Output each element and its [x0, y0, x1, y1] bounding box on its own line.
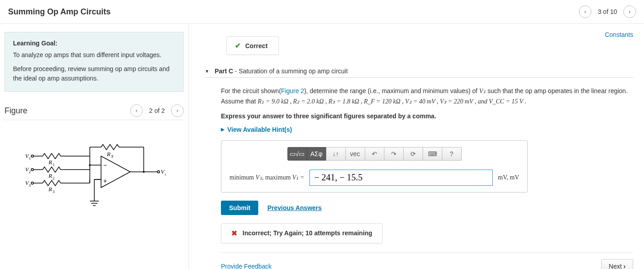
caret-down-icon: ▼: [205, 69, 209, 74]
undo-button[interactable]: ↶: [365, 147, 384, 161]
question-text: For the circuit shown(Figure 2), determi…: [221, 86, 633, 107]
learning-goal-p2: Before proceeding, review summing op amp…: [13, 64, 175, 83]
answer-box: ▭√▭ ΑΣφ ↓↑ vec ↶ ↷ ⟳ ⌨ ? minimum V₁, max…: [221, 140, 528, 193]
reset-button[interactable]: ⟳: [403, 147, 423, 161]
hints-toggle[interactable]: ▶ View Available Hint(s): [221, 126, 633, 133]
figure-title: Figure: [4, 106, 27, 116]
figure-next-button[interactable]: ›: [171, 104, 184, 117]
svg-point-0: [31, 155, 33, 157]
constants-link[interactable]: Constants: [605, 31, 633, 38]
provide-feedback-link[interactable]: Provide Feedback: [221, 263, 272, 269]
figure-header: Figure ‹ 2 of 2 ›: [4, 104, 184, 120]
svg-text:R: R: [48, 172, 52, 179]
page-count: 3 of 10: [595, 8, 620, 15]
svg-text:F: F: [111, 154, 114, 159]
templates-button[interactable]: ▭√▭: [287, 147, 307, 161]
express-instruction: Express your answer to three significant…: [221, 112, 633, 120]
left-panel: Learning Goal: To analyze op amps that s…: [0, 24, 189, 269]
svg-text:+: +: [103, 177, 107, 184]
answer-units: mV, mV: [498, 174, 519, 181]
page-title: Summing Op Amp Circuits: [8, 7, 110, 17]
svg-point-43: [157, 171, 159, 173]
svg-text:R: R: [48, 159, 52, 166]
next-button[interactable]: Next ›: [601, 259, 633, 269]
learning-goal-p1: To analyze op amps that sum different in…: [13, 50, 175, 60]
learning-goal-box: Learning Goal: To analyze op amps that s…: [4, 32, 184, 92]
opamp-svg: .w { stroke:#000; stroke-width:1.5; fill…: [22, 138, 166, 219]
submit-row: Submit Previous Answers: [221, 201, 633, 215]
incorrect-banner: ✖ Incorrect; Try Again; 10 attempts rema…: [221, 223, 383, 243]
part-title: - Saturation of a summing op amp circuit: [233, 67, 348, 75]
svg-text:o: o: [165, 172, 166, 176]
correct-text: Correct: [245, 42, 268, 49]
svg-text:1: 1: [53, 162, 55, 167]
circuit-diagram: .w { stroke:#000; stroke-width:1.5; fill…: [4, 134, 184, 224]
caret-right-icon: ▶: [221, 127, 225, 132]
svg-point-1: [31, 169, 33, 171]
header: Summing Op Amp Circuits ‹ 3 of 10 ›: [0, 0, 644, 24]
answer-label: minimum V₁, maximum V₁ =: [229, 174, 304, 181]
check-icon: ✔: [235, 41, 241, 50]
redo-button[interactable]: ↷: [384, 147, 404, 161]
svg-text:1: 1: [29, 156, 31, 161]
page-nav: ‹ 3 of 10 ›: [579, 5, 636, 18]
answer-input[interactable]: [309, 170, 493, 186]
svg-text:3: 3: [29, 183, 31, 188]
right-panel: Constants ✔ Correct ▼ Part C - Saturatio…: [189, 24, 644, 269]
part-label: Part C: [215, 67, 233, 75]
svg-text:R: R: [48, 186, 52, 193]
greek-button[interactable]: ΑΣφ: [307, 147, 326, 161]
figure-prev-button[interactable]: ‹: [130, 104, 143, 117]
submit-button[interactable]: Submit: [221, 201, 258, 215]
svg-point-42: [143, 171, 145, 173]
figure-link[interactable]: Figure 2: [281, 87, 304, 94]
prev-page-button[interactable]: ‹: [579, 5, 591, 18]
chevron-right-icon: ›: [623, 263, 626, 269]
next-page-button[interactable]: ›: [623, 5, 636, 18]
previous-answers-link[interactable]: Previous Answers: [267, 204, 322, 211]
svg-text:2: 2: [29, 170, 31, 174]
svg-text:2: 2: [53, 176, 55, 180]
answer-row: minimum V₁, maximum V₁ = mV, mV: [229, 170, 519, 186]
svg-text:3: 3: [53, 189, 55, 194]
cross-icon: ✖: [231, 229, 237, 238]
subsup-button[interactable]: ↓↑: [326, 147, 346, 161]
part-header[interactable]: ▼ Part C - Saturation of a summing op am…: [205, 67, 633, 78]
footer-row: Provide Feedback Next ›: [221, 252, 633, 269]
keyboard-button[interactable]: ⌨: [423, 147, 442, 161]
correct-banner: ✔ Correct: [226, 36, 279, 55]
svg-text:R: R: [106, 151, 110, 157]
figure-page: 2 of 2: [146, 107, 168, 114]
svg-text:−: −: [103, 161, 107, 169]
incorrect-text: Incorrect; Try Again; 10 attempts remain…: [243, 229, 372, 237]
vec-button[interactable]: vec: [345, 147, 365, 161]
help-button[interactable]: ?: [442, 147, 462, 161]
learning-goal-title: Learning Goal:: [13, 40, 175, 47]
svg-point-2: [31, 182, 33, 184]
equation-toolbar: ▭√▭ ΑΣφ ↓↑ vec ↶ ↷ ⟳ ⌨ ?: [229, 147, 519, 161]
figure-nav: ‹ 2 of 2 ›: [130, 104, 184, 117]
